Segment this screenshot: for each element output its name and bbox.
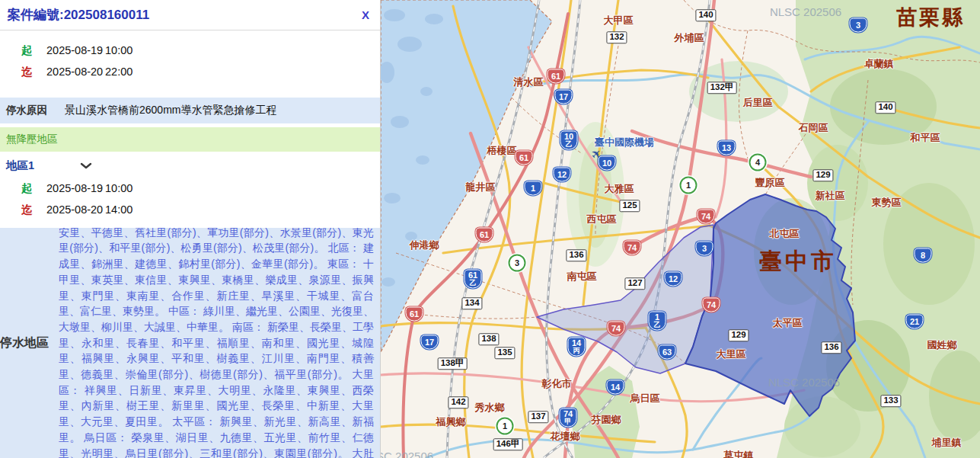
case-number-title: 案件編號:202508160011 (8, 6, 149, 24)
outage-reason-row: 停水原因 景山溪水管橋前2600mm導水管緊急搶修工程 (0, 98, 380, 123)
chevron-down-icon[interactable] (80, 162, 92, 169)
area-end-time: 14:00 (105, 203, 132, 216)
area-start-row: 起 2025-08-19 10:00 (0, 178, 380, 199)
map-geography (381, 0, 980, 458)
map-canvas[interactable]: 苗栗縣臺中市大甲區外埔區清水區梧棲區龍井區伸港鄉大雅區西屯區南屯區北屯區豐原區新… (381, 0, 980, 458)
start-label: 起 (21, 43, 44, 58)
area-end-date: 2025-08-20 (46, 203, 105, 216)
area-period: 起 2025-08-19 10:00 迄 2025-08-20 14:00 (0, 176, 380, 225)
no-pressure-banner: 無降壓地區 (0, 127, 380, 152)
affected-areas-label: 停水地區 (0, 335, 59, 351)
affected-areas-text: 北屯區： 三和里、北興里、北京里、北屯里、三光里、平昌里、平安里、平德里、舊社里… (59, 228, 380, 458)
end-date: 2025-08-20 (46, 66, 105, 78)
case-start-row: 起 2025-08-19 10:00 (0, 40, 380, 61)
area-start-date: 2025-08-19 (46, 182, 105, 194)
area-end-row: 迄 2025-08-20 14:00 (0, 199, 380, 220)
reason-label: 停水原因 (6, 104, 65, 117)
end-label: 迄 (21, 65, 44, 79)
affected-areas-row: 停水地區 北屯區： 三和里、北興里、北京里、北屯里、三光里、平昌里、平安里、平德… (0, 228, 380, 458)
panel-header: 案件編號:202508160011 X (0, 0, 380, 30)
case-period: 起 2025-08-19 10:00 迄 2025-08-20 22:00 (0, 30, 380, 88)
area-start-time: 10:00 (105, 182, 132, 194)
start-time: 10:00 (105, 44, 132, 56)
reason-text: 景山溪水管橋前2600mm導水管緊急搶修工程 (65, 104, 276, 117)
outage-info-panel: 案件編號:202508160011 X 起 2025-08-19 10:00 迄… (0, 0, 381, 458)
end-time: 22:00 (105, 66, 132, 78)
case-end-row: 迄 2025-08-20 22:00 (0, 61, 380, 82)
close-button[interactable]: X (360, 8, 371, 21)
area-group-header[interactable]: 地區1 (0, 152, 380, 176)
start-date: 2025-08-19 (46, 44, 105, 56)
area-group-name: 地區1 (6, 159, 34, 173)
area-start-label: 起 (21, 181, 44, 196)
area-end-label: 迄 (21, 203, 44, 217)
